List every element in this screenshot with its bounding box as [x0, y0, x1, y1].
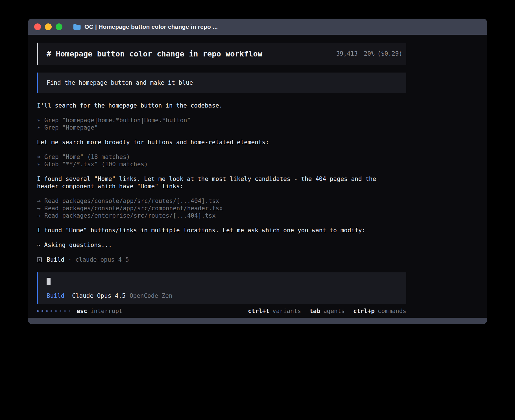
minimize-button[interactable] [45, 23, 52, 30]
tool-icon: ∗ [37, 124, 41, 131]
session-title: # Homepage button color change in repo w… [47, 49, 262, 58]
prompt-editor[interactable]: Build Claude Opus 4.5 OpenCode Zen [37, 272, 406, 304]
assistant-transcript: I'll search for the homepage button in t… [37, 102, 406, 263]
hint-label: agents [323, 308, 345, 314]
editor-model: Claude Opus 4.5 [72, 292, 126, 299]
tool-call-group: → Read packages/console/app/src/routes/[… [37, 197, 406, 219]
statusbar: esc interrupt ctrl+t variants tab agents… [37, 308, 406, 314]
text-cursor [47, 278, 51, 285]
agent-row: Build · claude-opus-4-5 [37, 256, 406, 263]
hint-variants: ctrl+t variants [248, 308, 301, 314]
hint-label: commands [378, 308, 406, 314]
esc-key: esc [77, 308, 87, 314]
editor-mode: Build [47, 292, 64, 299]
tool-icon: ∗ [37, 161, 41, 168]
esc-label: interrupt [90, 308, 123, 314]
spinner [37, 310, 70, 312]
token-count: 39,413 [336, 50, 358, 57]
spinner-dot [46, 310, 48, 312]
status-asking-questions: ~ Asking questions... [37, 241, 397, 249]
tool-call-label: Grep "Home" (18 matches) [44, 153, 130, 161]
tool-call-grep: ∗ Grep "homepage|home.*button|Home.*butt… [37, 117, 406, 124]
tool-icon: ∗ [37, 117, 41, 124]
statusbar-right: ctrl+t variants tab agents ctrl+p comman… [248, 308, 406, 314]
tool-call-read: → Read packages/console/app/src/componen… [37, 205, 406, 212]
tool-call-glob: ∗ Glob "**/*.tsx" (100 matches) [37, 161, 406, 168]
editor-provider: OpenCode Zen [130, 292, 173, 299]
assistant-message: I found "Home" buttons/links in multiple… [37, 227, 397, 234]
spinner-dot [69, 310, 70, 312]
assistant-message: I found several "Home" links. Let me loo… [37, 175, 397, 190]
tool-call-read: → Read packages/console/app/src/routes/[… [37, 197, 406, 205]
hint-key: ctrl+p [353, 308, 375, 314]
read-arrow-icon: → [37, 212, 41, 219]
tool-call-label: Grep "homepage|home.*button|Home.*button… [44, 117, 191, 124]
spinner-dot [60, 310, 61, 312]
tool-call-group: ∗ Grep "Home" (18 matches) ∗ Glob "**/*.… [37, 153, 406, 168]
tool-call-label: Read packages/console/app/src/component/… [44, 205, 223, 212]
tool-call-grep: ∗ Grep "Home" (18 matches) [37, 153, 406, 161]
hint-key: ctrl+t [248, 308, 269, 314]
hint-key: tab [309, 308, 320, 314]
statusbar-left: esc interrupt [37, 308, 123, 314]
spinner-dot [55, 310, 57, 312]
user-message: Find the homepage button and make it blu… [37, 73, 406, 93]
spinner-dot [64, 310, 66, 312]
agent-icon [37, 257, 42, 262]
tool-call-label: Glob "**/*.tsx" (100 matches) [44, 161, 148, 168]
agent-model: claude-opus-4-5 [75, 256, 129, 263]
read-arrow-icon: → [37, 197, 41, 205]
hint-label: variants [272, 308, 301, 314]
assistant-message: Let me search more broadly for buttons a… [37, 139, 397, 146]
tool-icon: ∗ [37, 153, 41, 161]
spinner-dot [51, 310, 52, 312]
spinner-dot [42, 310, 43, 312]
context-percent: 20% [364, 50, 375, 57]
agent-separator: · [68, 256, 72, 263]
tool-call-grep: ∗ Grep "Homepage" [37, 124, 406, 131]
terminal-window: OC | Homepage button color change in rep… [28, 19, 487, 324]
hint-agents: tab agents [309, 308, 345, 314]
tool-call-label: Read packages/console/app/src/routes/[..… [44, 197, 219, 205]
editor-footer: Build Claude Opus 4.5 OpenCode Zen [47, 292, 398, 299]
agent-name: Build [47, 256, 64, 263]
session-cost: ($0.29) [377, 50, 402, 57]
read-arrow-icon: → [37, 205, 41, 212]
terminal-body: # Homepage button color change in repo w… [28, 35, 487, 318]
user-message-text: Find the homepage button and make it blu… [47, 79, 193, 86]
window-title: OC | Homepage button color change in rep… [84, 23, 218, 30]
tool-call-label: Grep "Homepage" [44, 124, 98, 131]
session-header: # Homepage button color change in repo w… [37, 43, 406, 65]
assistant-message: I'll search for the homepage button in t… [37, 102, 397, 109]
tool-call-group: ∗ Grep "homepage|home.*button|Home.*butt… [37, 117, 406, 131]
close-button[interactable] [34, 23, 41, 30]
tool-call-label: Read packages/enterprise/src/routes/[...… [44, 212, 216, 219]
hint-commands: ctrl+p commands [353, 308, 406, 314]
spinner-dot [37, 310, 39, 312]
session-stats: 39,413 20% ($0.29) [336, 50, 402, 57]
tool-call-read: → Read packages/enterprise/src/routes/[.… [37, 212, 406, 219]
zoom-button[interactable] [56, 23, 62, 30]
folder-icon [73, 24, 81, 30]
titlebar[interactable]: OC | Homepage button color change in rep… [28, 19, 487, 35]
